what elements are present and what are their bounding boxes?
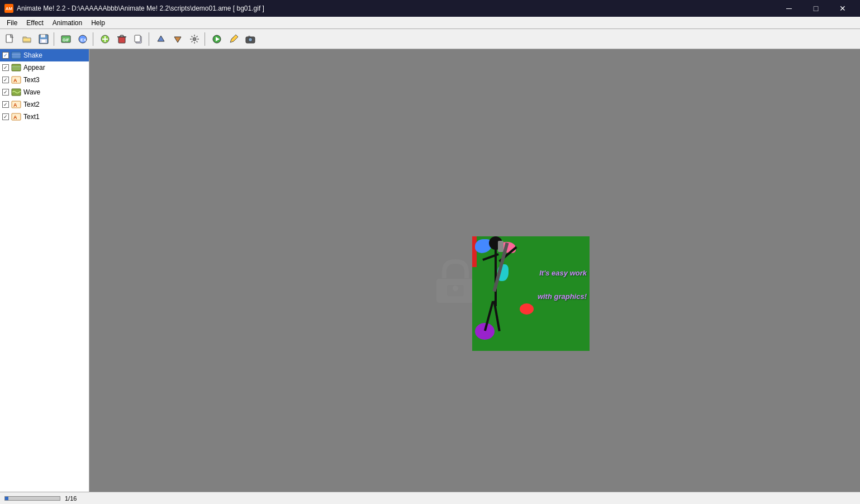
window-controls: ─ □ ✕ — [776, 0, 856, 17]
svg-rect-27 — [12, 54, 21, 55]
text2-icon: A — [11, 99, 21, 110]
svg-rect-12 — [118, 37, 125, 43]
status-bar: 1/16 — [0, 492, 860, 504]
close-button[interactable]: ✕ — [830, 0, 856, 17]
text2-label: Text2 — [23, 101, 40, 108]
svg-rect-31 — [12, 68, 21, 70]
svg-rect-39 — [436, 278, 475, 303]
menu-effect[interactable]: Effect — [22, 18, 47, 28]
menu-animation[interactable]: Animation — [48, 18, 87, 28]
svg-point-41 — [453, 286, 458, 291]
list-item-text1[interactable]: ✓ A Text1 — [0, 111, 89, 123]
svg-rect-14 — [120, 35, 123, 37]
app-icon: AM — [4, 4, 13, 13]
frame-indicator: 1/16 — [65, 495, 77, 502]
svg-rect-2 — [41, 35, 45, 37]
svg-point-24 — [249, 37, 253, 41]
export-settings-button[interactable]: EX — [75, 31, 91, 47]
move-up-button[interactable] — [153, 31, 169, 47]
shake-icon — [11, 50, 21, 60]
window-title: Animate Me! 2.2 - D:\AAAAAAbbb\Animate M… — [17, 4, 264, 12]
checkbox-text2[interactable]: ✓ — [2, 101, 9, 108]
title-bar: AM Animate Me! 2.2 - D:\AAAAAAbbb\Animat… — [0, 0, 860, 17]
svg-marker-18 — [174, 37, 181, 42]
shake-label: Shake — [23, 51, 42, 59]
duplicate-button[interactable] — [131, 31, 146, 47]
svg-marker-17 — [158, 36, 164, 41]
list-item-wave[interactable]: ✓ Wave — [0, 86, 89, 98]
text1-icon: A — [11, 112, 21, 122]
text3-icon: A — [11, 75, 21, 85]
toolbar: GIF EX — [0, 29, 860, 49]
list-item-text2[interactable]: ✓ A Text2 — [0, 98, 89, 111]
checkbox-text3[interactable]: ✓ — [2, 77, 9, 83]
checkbox-appear[interactable]: ✓ — [2, 64, 9, 71]
sep2 — [93, 32, 95, 46]
menu-file[interactable]: File — [2, 18, 22, 28]
move-down-button[interactable] — [170, 31, 186, 47]
checkbox-shake[interactable]: ✓ — [2, 52, 9, 59]
list-item-shake[interactable]: ✓ Shake — [0, 49, 89, 61]
camera-button[interactable] — [243, 31, 258, 47]
svg-text:A: A — [13, 102, 17, 108]
main-area: ✓ Shake ✓ Appear — [0, 49, 860, 492]
save-button[interactable] — [36, 31, 51, 47]
sep4 — [205, 32, 207, 46]
list-item-appear[interactable]: ✓ Appear — [0, 61, 89, 74]
appear-label: Appear — [23, 64, 45, 72]
svg-rect-16 — [135, 35, 140, 42]
preview-text-line2: with graphics! — [538, 292, 587, 302]
text3-label: Text3 — [23, 76, 40, 84]
svg-text:GIF: GIF — [63, 38, 69, 42]
svg-rect-25 — [248, 36, 250, 37]
svg-text:EX: EX — [80, 37, 87, 42]
menu-help[interactable]: Help — [87, 18, 110, 28]
menu-bar: File Effect Animation Help — [0, 17, 860, 29]
pen-button[interactable] — [226, 31, 241, 47]
svg-rect-40 — [447, 285, 464, 296]
minimize-button[interactable]: ─ — [776, 0, 802, 17]
svg-rect-30 — [12, 66, 21, 68]
settings-button[interactable] — [187, 31, 202, 47]
canvas-area[interactable]: It's easy work with graphics! — [89, 49, 860, 492]
svg-rect-28 — [12, 56, 21, 58]
preview-container: It's easy work with graphics! — [472, 236, 590, 351]
new-button[interactable] — [2, 31, 18, 47]
open-button[interactable] — [19, 31, 35, 47]
svg-rect-4 — [42, 40, 45, 42]
sep1 — [54, 32, 56, 46]
wave-label: Wave — [23, 88, 40, 96]
sep3 — [149, 32, 151, 46]
checkbox-wave[interactable]: ✓ — [2, 89, 9, 96]
progress-bar — [4, 496, 60, 501]
progress-fill — [5, 497, 8, 500]
left-panel: ✓ Shake ✓ Appear — [0, 49, 89, 492]
add-effect-button[interactable] — [97, 31, 113, 47]
svg-point-19 — [193, 37, 196, 41]
play-button[interactable] — [209, 31, 225, 47]
svg-text:A: A — [13, 78, 17, 83]
svg-text:A: A — [13, 115, 17, 120]
delete-effect-button[interactable] — [114, 31, 130, 47]
wave-icon — [11, 87, 21, 97]
maximize-button[interactable]: □ — [803, 0, 829, 17]
appear-icon — [11, 63, 21, 73]
export-gif-button[interactable]: GIF — [58, 31, 74, 47]
list-item-text3[interactable]: ✓ A Text3 — [0, 74, 89, 86]
preview-text-line1: It's easy work — [539, 269, 587, 278]
gif-preview: It's easy work with graphics! — [472, 236, 590, 351]
text1-label: Text1 — [23, 113, 40, 121]
checkbox-text1[interactable]: ✓ — [2, 113, 9, 120]
